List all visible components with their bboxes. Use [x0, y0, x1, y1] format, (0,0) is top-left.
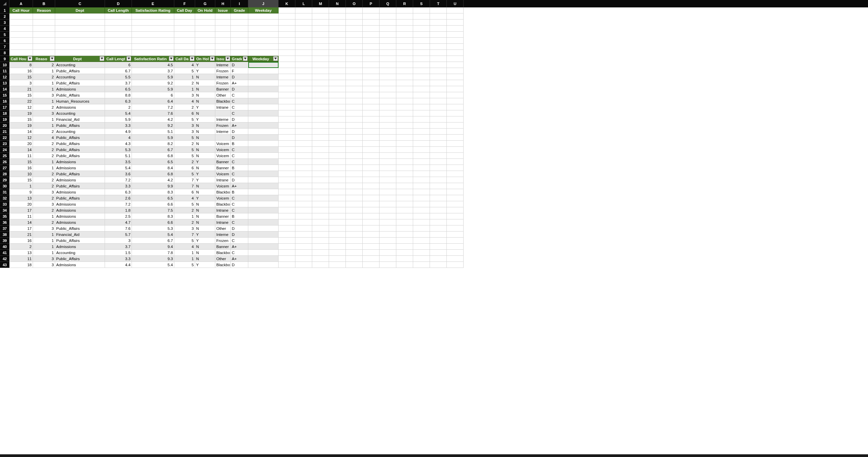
cell[interactable] — [447, 122, 464, 128]
cell[interactable] — [248, 207, 279, 213]
cell[interactable]: N — [195, 153, 215, 159]
cell[interactable] — [329, 201, 346, 207]
cell[interactable]: 2 — [105, 104, 132, 111]
cell[interactable]: N — [195, 250, 215, 256]
cell[interactable] — [363, 219, 379, 225]
cell[interactable] — [346, 86, 363, 92]
cell[interactable] — [430, 38, 447, 44]
cell[interactable] — [363, 86, 379, 92]
cell[interactable]: 2 — [33, 74, 55, 80]
cell[interactable]: A+ — [231, 256, 248, 262]
cell[interactable] — [379, 213, 396, 219]
cell[interactable] — [296, 92, 312, 98]
cell[interactable]: Y — [195, 177, 215, 183]
cell[interactable]: 7.6 — [132, 111, 174, 116]
cell[interactable] — [413, 116, 430, 122]
row-header-6[interactable]: 6 — [0, 38, 9, 44]
cell[interactable]: Admissions — [55, 104, 105, 111]
cell[interactable] — [430, 50, 447, 56]
cell[interactable] — [296, 213, 312, 219]
cell[interactable] — [55, 32, 105, 38]
cell[interactable] — [132, 44, 174, 50]
cell[interactable] — [447, 98, 464, 104]
header-call-hour[interactable]: Call Hour — [9, 7, 33, 13]
cell[interactable] — [329, 171, 346, 177]
cell[interactable] — [430, 44, 447, 50]
cell[interactable] — [346, 62, 363, 68]
cell[interactable]: 1 — [174, 256, 195, 262]
cell[interactable] — [248, 116, 279, 122]
cell[interactable]: 1 — [33, 165, 55, 171]
cell[interactable]: 2.6 — [105, 195, 132, 201]
column-header-T[interactable]: T — [430, 0, 447, 7]
cell[interactable]: 11 — [9, 213, 33, 219]
cell[interactable] — [132, 38, 174, 44]
cell[interactable] — [413, 165, 430, 171]
cell[interactable] — [279, 177, 296, 183]
cell[interactable] — [279, 104, 296, 111]
cell[interactable]: Banner — [215, 244, 231, 250]
cell[interactable] — [379, 134, 396, 141]
cell[interactable] — [231, 13, 248, 20]
cell[interactable] — [379, 238, 396, 244]
cell[interactable]: Public_Affairs — [55, 141, 105, 147]
cell[interactable]: C — [231, 111, 248, 116]
cell[interactable] — [248, 147, 279, 153]
cell[interactable] — [279, 238, 296, 244]
cell[interactable] — [447, 20, 464, 26]
row-header-8[interactable]: 8 — [0, 50, 9, 56]
cell[interactable]: Admissions — [55, 201, 105, 207]
cell[interactable]: 10 — [9, 171, 33, 177]
cell[interactable] — [312, 116, 329, 122]
cell[interactable] — [296, 165, 312, 171]
cell[interactable] — [296, 256, 312, 262]
cell[interactable] — [413, 56, 430, 62]
cell[interactable]: 2 — [174, 80, 195, 86]
cell[interactable] — [379, 104, 396, 111]
cell[interactable] — [279, 32, 296, 38]
cell[interactable] — [215, 111, 231, 116]
cell[interactable] — [447, 104, 464, 111]
cell[interactable] — [379, 50, 396, 56]
cell[interactable] — [329, 20, 346, 26]
cell[interactable]: 21 — [9, 86, 33, 92]
cell[interactable]: 5.9 — [105, 116, 132, 122]
cell[interactable] — [447, 219, 464, 225]
cell[interactable]: 2 — [33, 195, 55, 201]
cell[interactable] — [279, 128, 296, 134]
cell[interactable]: 1 — [33, 86, 55, 92]
cell[interactable] — [447, 195, 464, 201]
cell[interactable] — [55, 44, 105, 50]
cell[interactable] — [363, 195, 379, 201]
cell[interactable] — [346, 128, 363, 134]
filter-header-weekday[interactable]: Weekday — [248, 56, 279, 62]
cell[interactable] — [430, 7, 447, 13]
cell[interactable]: Admissions — [55, 207, 105, 213]
cell[interactable] — [248, 38, 279, 44]
cell[interactable]: 12 — [9, 104, 33, 111]
cell[interactable] — [396, 20, 413, 26]
cell[interactable]: 5 — [174, 134, 195, 141]
column-header-O[interactable]: O — [346, 0, 363, 7]
cell[interactable] — [396, 165, 413, 171]
cell[interactable] — [329, 159, 346, 165]
cell[interactable]: C — [231, 171, 248, 177]
cell[interactable] — [279, 165, 296, 171]
cell[interactable]: 5 — [174, 68, 195, 74]
cell[interactable]: C — [231, 92, 248, 98]
cell[interactable]: A+ — [231, 80, 248, 86]
cell[interactable] — [279, 225, 296, 232]
cell[interactable] — [248, 141, 279, 147]
cell[interactable] — [329, 122, 346, 128]
row-header-9[interactable]: 9 — [0, 56, 9, 62]
cell[interactable]: D — [231, 134, 248, 141]
cell[interactable] — [413, 153, 430, 159]
cell[interactable] — [363, 147, 379, 153]
cell[interactable] — [329, 56, 346, 62]
cell[interactable]: Y — [195, 159, 215, 165]
cell[interactable]: 11 — [9, 153, 33, 159]
cell[interactable]: Y — [195, 62, 215, 68]
cell[interactable] — [329, 165, 346, 171]
cell[interactable] — [174, 20, 195, 26]
cell[interactable] — [413, 38, 430, 44]
